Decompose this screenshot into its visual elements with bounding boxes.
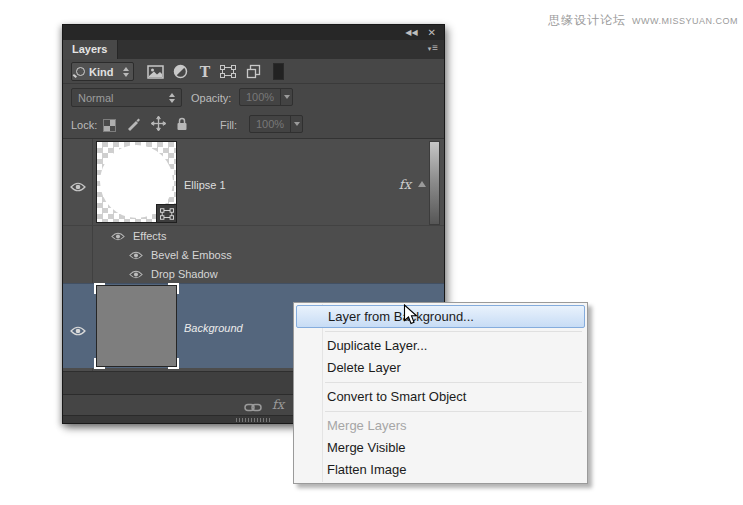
visibility-eye-icon[interactable] [111,227,125,245]
site-watermark: 思缘设计论坛 WWW.MISSYUAN.COM [548,12,738,29]
selection-corner-icon [168,358,179,369]
shape-layer-badge-icon [156,204,177,223]
filter-row: Kind T [63,59,444,84]
menu-item-convert-to-smart-object[interactable]: Convert to Smart Object [296,386,585,408]
tab-layers[interactable]: Layers [63,40,118,59]
effect-label-drop-shadow: Drop Shadow [151,268,218,280]
adjustment-layer-filter-icon[interactable] [171,63,189,80]
fill-input[interactable]: 100% [249,115,303,133]
blend-mode-value: Normal [78,92,169,104]
menu-separator [325,411,582,412]
layer-thumbnail-ellipse[interactable] [96,141,177,223]
effect-row-drop-shadow[interactable]: Drop Shadow [63,264,444,283]
menu-item-merge-visible[interactable]: Merge Visible [296,437,585,459]
menu-item-flatten-image[interactable]: Flatten Image [296,459,585,481]
chevron-updown-icon [123,67,129,77]
collapse-effects-icon[interactable] [418,181,426,187]
layer-context-menu: Layer from Background... Duplicate Layer… [293,302,588,484]
opacity-label: Opacity: [191,92,231,104]
selection-corner-icon [168,283,179,294]
effect-label-bevel-emboss: Bevel & Emboss [151,249,232,261]
layer-fx-badge: fx [399,177,411,192]
layer-name-ellipse[interactable]: Ellipse 1 [184,179,226,191]
resize-grip-icon[interactable] [236,418,272,422]
visibility-eye-icon[interactable] [70,322,86,340]
fill-value: 100% [250,118,290,130]
smart-object-filter-icon[interactable] [244,63,262,80]
lock-all-icon[interactable] [176,117,188,135]
selection-corner-icon [94,283,105,294]
opacity-input[interactable]: 100% [239,88,293,106]
effect-row-bevel-emboss[interactable]: Bevel & Emboss [63,245,444,264]
visibility-eye-icon[interactable] [70,178,86,196]
search-icon [76,67,85,76]
close-panel-icon[interactable]: ✕ [428,28,436,38]
filter-kind-label: Kind [89,66,119,78]
fill-label: Fill: [220,119,237,131]
blend-mode-dropdown[interactable]: Normal [71,88,182,107]
panel-tabstrip: Layers ▾ ≡ [63,40,444,59]
pixel-layer-filter-icon[interactable] [146,63,164,80]
blend-mode-row: Normal Opacity: 100% [63,84,444,111]
lock-row: Lock: Fill: 100% [63,111,444,139]
lock-label: Lock: [71,119,97,131]
mouse-cursor-icon [403,304,418,330]
filter-toggle-switch[interactable] [269,63,287,80]
panel-scrollbar-thumb[interactable] [429,141,440,225]
layer-name-background[interactable]: Background [184,322,243,334]
visibility-eye-icon[interactable] [129,246,143,264]
menu-item-layer-from-background[interactable]: Layer from Background... [296,305,585,328]
opacity-value: 100% [240,91,280,103]
panel-menu-icon[interactable]: ▾ ≡ [428,43,438,53]
selection-corner-icon [94,358,105,369]
effects-group-label: Effects [133,230,166,242]
type-layer-filter-icon[interactable]: T [196,63,214,80]
watermark-chinese-text: 思缘设计论坛 [548,12,626,29]
chevron-updown-icon [169,93,175,103]
shape-layer-filter-icon[interactable] [219,63,237,80]
menu-separator [325,331,582,332]
watermark-url-text: WWW.MISSYUAN.COM [632,16,738,26]
fill-dropdown-icon[interactable] [290,116,302,132]
lock-position-icon[interactable] [151,116,166,135]
collapse-panel-icon[interactable]: ◀◀ [405,29,417,37]
layer-thumbnail-background[interactable] [96,285,177,367]
layer-style-icon[interactable]: fx [272,397,284,412]
effects-group-row[interactable]: Effects [63,226,444,245]
menu-separator [325,382,582,383]
visibility-eye-icon[interactable] [129,265,143,283]
lock-transparency-icon[interactable] [103,119,116,132]
lock-paint-icon[interactable] [126,117,141,135]
menu-item-duplicate-layer[interactable]: Duplicate Layer... [296,335,585,357]
menu-item-delete-layer[interactable]: Delete Layer [296,357,585,379]
panel-titlebar: ◀◀ ✕ [63,25,444,40]
menu-item-merge-layers: Merge Layers [296,415,585,437]
layer-row-ellipse[interactable]: Ellipse 1 fx [63,139,444,226]
opacity-dropdown-icon[interactable] [280,89,292,105]
filter-kind-dropdown[interactable]: Kind [71,62,134,81]
